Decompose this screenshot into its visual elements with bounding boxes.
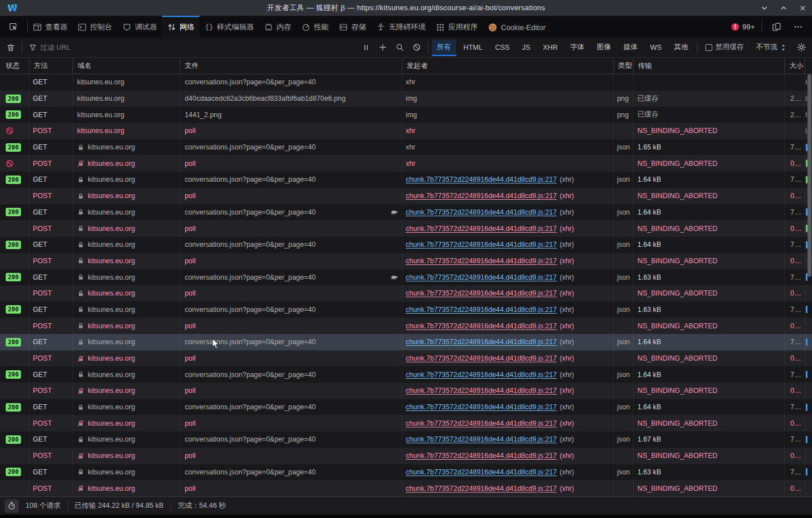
network-settings-gear-icon[interactable] (794, 40, 809, 55)
initiator-link[interactable]: chunk.7b773572d2248916de44.d41d8cd9.js:2… (406, 322, 557, 330)
type-filter-其他[interactable]: 其他 (669, 40, 694, 55)
initiator-link[interactable]: chunk.7b773572d2248916de44.d41d8cd9.js:2… (406, 371, 557, 379)
column-header-文件[interactable]: 文件 (180, 58, 402, 74)
initiator-link[interactable]: chunk.7b773572d2248916de44.d41d8cd9.js:2… (406, 289, 557, 297)
initiator-link[interactable]: chunk.7b773572d2248916de44.d41d8cd9.js:2… (406, 354, 557, 362)
vertical-scrollbar[interactable] (807, 74, 811, 496)
column-header-状态[interactable]: 状态 (0, 58, 29, 74)
disable-cache-checkbox[interactable] (705, 44, 712, 51)
tab-application[interactable]: 应用程序 (431, 16, 483, 37)
clear-requests-trash-icon[interactable] (3, 40, 18, 55)
tab-inspector[interactable]: 查看器 (28, 16, 73, 37)
type-filter-图像[interactable]: 图像 (592, 40, 616, 55)
responsive-design-mode-icon[interactable] (769, 19, 784, 34)
tab-network[interactable]: 网络 (162, 16, 199, 37)
tab-performance[interactable]: 性能 (296, 16, 334, 37)
pause-traffic-icon[interactable] (359, 40, 373, 55)
initiator-link[interactable]: chunk.7b773572d2248916de44.d41d8cd9.js:2… (406, 468, 557, 476)
request-row[interactable]: POSTkitsunes.eu.orgpollchunk.7b773572d22… (0, 188, 812, 204)
url-filter-input[interactable] (40, 44, 355, 52)
request-row[interactable]: 200GETkitsunes.eu.orgconversations.json?… (0, 334, 812, 350)
request-row[interactable]: 200GETkitsunes.eu.orgconversations.json?… (0, 172, 812, 188)
request-row[interactable]: POSTkitsunes.eu.orgpollchunk.7b773572d22… (0, 480, 812, 496)
request-row[interactable]: 200GETkitsunes.eu.orgconversations.json?… (0, 204, 812, 221)
pick-element-icon[interactable] (6, 19, 20, 34)
request-row[interactable]: 200GETkitsunes.eu.orgconversations.json?… (0, 139, 812, 156)
request-row[interactable]: 200GETkitsunes.eu.orgconversations.json?… (0, 237, 812, 253)
column-header-方法[interactable]: 方法 (29, 58, 73, 74)
tab-memory[interactable]: 内存 (259, 16, 296, 37)
tab-storage[interactable]: 存储 (334, 16, 371, 37)
initiator-link[interactable]: chunk.7b773572d2248916de44.d41d8cd9.js:2… (406, 192, 557, 200)
dock-chevron-down-button[interactable] (760, 4, 768, 12)
request-row[interactable]: POSTkitsunes.eu.orgpollchunk.7b773572d22… (0, 350, 812, 367)
dock-chevron-up-button[interactable] (780, 4, 788, 12)
request-row[interactable]: POSTkitsunes.eu.orgpollxhrNS_BINDING_ABO… (0, 123, 812, 139)
type-filter-css[interactable]: CSS (490, 41, 515, 54)
initiator-link[interactable]: chunk.7b773572d2248916de44.d41d8cd9.js:2… (406, 257, 557, 265)
request-row[interactable]: 200GETkitsunes.eu.orgconversations.json?… (0, 464, 812, 481)
close-icon[interactable] (799, 5, 806, 12)
column-header-大小[interactable]: 大小 (785, 58, 805, 74)
request-row[interactable]: GETkitsunes.eu.orgconversations.json?pag… (0, 74, 812, 91)
tab-debugger[interactable]: 调试器 (117, 16, 162, 37)
statusbar-separator (171, 502, 171, 511)
request-row[interactable]: 200GETkitsunes.eu.orgconversations.json?… (0, 399, 812, 416)
request-row[interactable]: POSTkitsunes.eu.orgpollchunk.7b773572d22… (0, 220, 812, 237)
request-row[interactable]: 200GETkitsunes.eu.orgd40cdaacedc82a3cb6b… (0, 91, 812, 107)
request-row[interactable]: POSTkitsunes.eu.orgpollchunk.7b773572d22… (0, 415, 812, 431)
initiator-link[interactable]: chunk.7b773572d2248916de44.d41d8cd9.js:2… (406, 208, 557, 216)
request-row[interactable]: POSTkitsunes.eu.orgpollchunk.7b773572d22… (0, 318, 812, 334)
request-row[interactable]: 200GETkitsunes.eu.orgconversations.json?… (0, 269, 812, 285)
new-request-plus-icon[interactable] (376, 40, 390, 55)
initiator-link[interactable]: chunk.7b773572d2248916de44.d41d8cd9.js:2… (406, 387, 557, 395)
block-request-icon[interactable] (410, 40, 424, 55)
initiator-link[interactable]: chunk.7b773572d2248916de44.d41d8cd9.js:2… (406, 225, 557, 233)
performance-analysis-button[interactable] (5, 499, 19, 513)
tab-console[interactable]: 控制台 (73, 16, 117, 37)
initiator-link[interactable]: chunk.7b773572d2248916de44.d41d8cd9.js:2… (406, 403, 557, 411)
type-filter-所有[interactable]: 所有 (432, 40, 456, 55)
column-header-域名[interactable]: 域名 (73, 58, 180, 74)
request-row[interactable]: POSTkitsunes.eu.orgpollchunk.7b773572d22… (0, 383, 812, 399)
type-cell: json (614, 464, 634, 481)
column-header-类型[interactable]: 类型 (614, 58, 634, 74)
search-icon[interactable] (393, 40, 407, 55)
initiator-link[interactable]: chunk.7b773572d2248916de44.d41d8cd9.js:2… (406, 419, 557, 427)
initiator-link[interactable]: chunk.7b773572d2248916de44.d41d8cd9.js:2… (406, 435, 557, 443)
type-filter-ws[interactable]: WS (645, 41, 666, 54)
url-filter-box[interactable] (25, 44, 355, 52)
initiator-link[interactable]: chunk.7b773572d2248916de44.d41d8cd9.js:2… (406, 338, 557, 346)
type-filter-字体[interactable]: 字体 (565, 40, 589, 55)
disable-cache-group[interactable]: 禁用缓存 (701, 42, 749, 52)
initiator-link[interactable]: chunk.7b773572d2248916de44.d41d8cd9.js:2… (406, 175, 557, 183)
initiator-link[interactable]: chunk.7b773572d2248916de44.d41d8cd9.js:2… (406, 273, 557, 281)
scrollbar-thumb[interactable] (807, 74, 811, 277)
type-filter-js[interactable]: JS (517, 41, 535, 54)
tab-style-editor[interactable]: {}样式编辑器 (199, 16, 259, 37)
meatball-menu-icon[interactable] (790, 19, 805, 34)
request-row[interactable]: 200GETkitsunes.eu.orgconversations.json?… (0, 431, 812, 448)
initiator-link[interactable]: chunk.7b773572d2248916de44.d41d8cd9.js:2… (406, 452, 557, 460)
throttling-dropdown[interactable]: 不节流 (752, 42, 791, 52)
column-header-传输[interactable]: 传输 (634, 58, 785, 74)
error-count-badge[interactable]: 99+ (731, 23, 755, 31)
request-row[interactable]: POSTkitsunes.eu.orgpollchunk.7b773572d22… (0, 285, 812, 302)
initiator-link[interactable]: chunk.7b773572d2248916de44.d41d8cd9.js:2… (406, 485, 557, 493)
request-row[interactable]: POSTkitsunes.eu.orgpollchunk.7b773572d22… (0, 253, 812, 269)
tab-cookie-editor[interactable]: Cookie-Editor (483, 16, 551, 37)
request-row[interactable]: 200GETkitsunes.eu.org1441_2.pngimgpng已缓存… (0, 106, 812, 123)
waterfall-bar-gray (806, 80, 807, 85)
type-filter-媒体[interactable]: 媒体 (618, 40, 643, 55)
type-filter-html[interactable]: HTML (458, 41, 488, 54)
request-row[interactable]: 200GETkitsunes.eu.orgconversations.json?… (0, 366, 812, 383)
type-filter-xhr[interactable]: XHR (538, 41, 563, 54)
request-row[interactable]: POSTkitsunes.eu.orgpollxhrNS_BINDING_ABO… (0, 155, 812, 172)
request-row[interactable]: 200GETkitsunes.eu.orgconversations.json?… (0, 302, 812, 318)
initiator-link[interactable]: chunk.7b773572d2248916de44.d41d8cd9.js:2… (406, 241, 557, 249)
tab-accessibility[interactable]: 无障碍环境 (371, 16, 431, 37)
initiator-link[interactable]: chunk.7b773572d2248916de44.d41d8cd9.js:2… (406, 306, 557, 314)
column-header-waterfall[interactable] (805, 58, 812, 74)
column-header-发起者[interactable]: 发起者 (402, 58, 614, 74)
request-row[interactable]: POSTkitsunes.eu.orgpollchunk.7b773572d22… (0, 448, 812, 464)
